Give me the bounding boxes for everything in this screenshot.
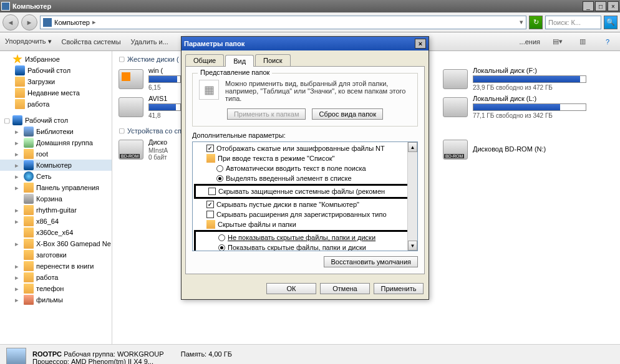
folder-icon [206,220,215,229]
setting-item[interactable]: Автоматически вводить текст в поле поиск… [194,163,416,173]
system-props-button[interactable]: Свойства системы [62,38,121,46]
drive-icon [119,97,143,117]
folder-node[interactable]: заготовки [0,249,112,261]
trash-node[interactable]: Корзина [0,193,112,204]
chevron-icon[interactable]: ▸ [92,18,96,26]
root-node[interactable]: ▸root [0,148,112,160]
dropdown-icon[interactable]: ▾ [520,18,523,26]
checkbox-icon [206,211,214,218]
search-input[interactable]: Поиск: К... [545,16,601,29]
setting-item[interactable]: Скрывать расширения для зарегистрированн… [194,209,416,219]
breadcrumb: Компьютер [54,19,90,26]
desktop2-node[interactable]: ▢Рабочий стол [0,115,112,126]
downloads-node[interactable]: Загрузки [0,76,112,87]
control-panel-node[interactable]: ▸Панель управления [0,182,112,193]
checkbox-icon [208,188,216,195]
folder-node[interactable]: ▸x86_64 [0,216,112,227]
recent-node[interactable]: Недавние места [0,87,112,98]
organize-menu[interactable]: Упорядочить ▾ [5,37,52,46]
drive-item[interactable]: win ( 6,15 [119,67,181,91]
window-titlebar: Компьютер _ □ × [0,0,620,12]
maximize-button[interactable]: □ [595,1,606,11]
drive-item[interactable]: AVIS1 41,8 [119,95,181,119]
checkbox-icon [206,201,214,208]
refresh-button[interactable]: ↻ [529,16,543,29]
setting-item[interactable]: Выделять введенный элемент в списке [194,173,416,183]
apply-to-folders-button[interactable]: Применить к папкам [227,108,306,120]
close-button[interactable]: × [608,1,619,11]
checkbox-icon [206,145,214,152]
drive-item[interactable]: Диско MInstA 0 байт [119,138,181,161]
folder-node[interactable]: ▸перенести в книги [0,261,112,272]
apply-button[interactable]: Применить [374,283,424,294]
highlight-box: Не показывать скрытые файлы, папки и дис… [194,230,416,251]
radio-icon [218,234,225,241]
folder-node[interactable]: ▸работа [0,272,112,283]
drive-icon [443,69,468,89]
cancel-button[interactable]: Отмена [320,283,370,294]
dialog-title: Параметры папок [184,40,245,47]
scroll-down-button[interactable]: ▼ [408,241,417,251]
folder-view-groupbox: Представление папок ▦ Можно применить ви… [192,73,418,127]
help-button[interactable]: ? [600,36,615,48]
radio-icon [216,165,223,172]
folder-node[interactable]: ▸фильмы [0,294,112,305]
computer-node[interactable]: ▸Компьютер [0,160,112,171]
address-bar[interactable]: Компьютер ▸ ▾ [40,16,526,29]
libraries-node[interactable]: ▸Библиотеки [0,126,112,137]
window-icon [1,2,10,11]
nav-bar: ◄ ► Компьютер ▸ ▾ ↻ Поиск: К... 🔍 [0,12,620,32]
scrollbar[interactable]: ▲ ▼ [407,142,417,251]
dialog-titlebar[interactable]: Параметры папок × [182,37,429,50]
ok-button[interactable]: ОК [266,283,316,294]
bd-rom-icon [443,140,468,160]
folder-view-icon: ▦ [199,80,219,100]
advanced-settings-list[interactable]: Отображать сжатые или зашифрованные файл… [192,141,418,251]
tab-search[interactable]: Поиск [255,54,290,66]
tab-view[interactable]: Вид [225,55,254,67]
setting-dont-show-hidden[interactable]: Не показывать скрытые файлы, папки и дис… [196,232,414,242]
setting-item[interactable]: Скрывать пустые диски в папке "Компьютер… [194,199,416,209]
status-bar: ROOTPC Рабочая группа: WORKGROUP Память:… [0,344,620,364]
dialog-tabs: Общие Вид Поиск [182,50,429,66]
drive-item[interactable]: Локальный диск (F:) 23,9 ГБ свободно из … [443,67,586,91]
drive-item[interactable]: Дисковод BD-ROM (N:) [443,138,586,161]
setting-group: Скрытые файлы и папки [194,219,416,229]
drive-item[interactable]: Локальный диск (L:) 77,1 ГБ свободно из … [443,95,586,119]
network-node[interactable]: ▸Сеть [0,171,112,182]
setting-hide-protected[interactable]: Скрывать защищенные системные файлы (рек… [196,186,414,196]
window-title: Компьютер [12,2,583,10]
homegroup-node[interactable]: ▸Домашняя группа [0,137,112,148]
setting-group: При вводе текста в режиме "Список" [194,153,416,163]
search-button[interactable]: 🔍 [604,16,618,29]
minimize-button[interactable]: _ [583,1,594,11]
back-button[interactable]: ◄ [2,14,19,31]
folder-node[interactable]: ▸rhythm-guitar [0,204,112,216]
folder-icon [206,154,215,163]
computer-icon [43,18,52,27]
work-node[interactable]: работа [0,98,112,110]
advanced-label: Дополнительные параметры: [192,132,418,139]
dialog-close-button[interactable]: × [415,39,426,49]
setting-item[interactable]: Отображать сжатые или зашифрованные файл… [194,143,416,153]
setting-show-hidden[interactable]: Показывать скрытые файлы, папки и диски [196,242,414,251]
favorites-node[interactable]: Избранное [0,54,112,65]
tab-general[interactable]: Общие [185,54,224,66]
preview-pane-button[interactable]: ▥ [575,36,590,48]
desktop-node[interactable]: Рабочий стол [0,65,112,76]
restore-defaults-button[interactable]: Восстановить умолчания [324,256,418,267]
scroll-up-button[interactable]: ▲ [408,142,417,152]
folder-node[interactable]: x360ce_x64 [0,227,112,238]
radio-icon [216,175,223,182]
uninstall-button[interactable]: Удалить и... [131,38,168,46]
forward-button[interactable]: ► [21,14,37,31]
drive-icon [443,97,468,117]
radio-icon [218,244,225,251]
reset-folders-button[interactable]: Сброс вида папок [312,108,383,120]
map-drive-button[interactable]: ...ения [520,38,540,46]
highlight-box: Скрывать защищенные системные файлы (рек… [194,184,416,199]
folder-node[interactable]: ▸телефон [0,283,112,294]
folder-node[interactable]: ▸X-Box 360 Gamepad Ne [0,238,112,249]
computer-icon [6,348,26,365]
view-mode-button[interactable]: ▤▾ [550,36,565,48]
